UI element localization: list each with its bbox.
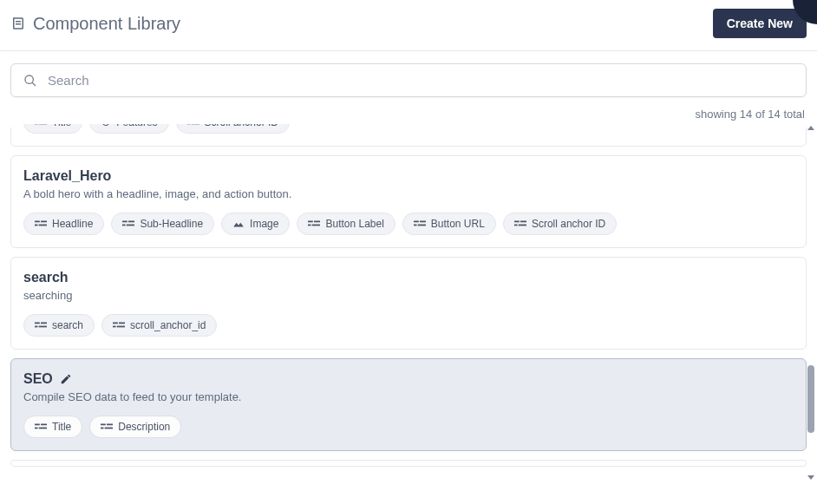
svg-rect-24 bbox=[514, 221, 520, 223]
svg-rect-27 bbox=[519, 225, 526, 226]
svg-rect-8 bbox=[35, 221, 40, 223]
card-description: searching bbox=[23, 289, 794, 302]
svg-rect-9 bbox=[41, 221, 47, 223]
result-count: showing 14 of 14 total bbox=[0, 102, 817, 124]
svg-rect-21 bbox=[420, 221, 426, 223]
component-list: TitleFeaturesScroll anchor ID Laravel_He… bbox=[10, 124, 807, 481]
field-pill: Headline bbox=[23, 213, 104, 235]
field-pill: Title bbox=[23, 416, 82, 438]
svg-rect-22 bbox=[414, 225, 417, 226]
card-description: Compile SEO data to feed to your templat… bbox=[23, 390, 794, 403]
svg-rect-40 bbox=[101, 424, 106, 426]
card-title: SEO bbox=[23, 371, 794, 387]
svg-rect-42 bbox=[101, 428, 104, 429]
scroll-up-icon[interactable] bbox=[807, 126, 814, 130]
card-title: search bbox=[23, 270, 794, 285]
svg-rect-23 bbox=[418, 225, 426, 226]
component-card[interactable] bbox=[10, 460, 807, 467]
svg-rect-39 bbox=[39, 428, 47, 429]
svg-rect-11 bbox=[39, 225, 47, 226]
scrollbar[interactable] bbox=[807, 124, 815, 481]
field-pill: Title bbox=[23, 124, 82, 134]
field-pill: Description bbox=[89, 416, 181, 438]
field-pill: Image bbox=[221, 213, 290, 235]
svg-rect-25 bbox=[520, 221, 526, 223]
page-title: Component Library bbox=[33, 14, 180, 34]
svg-rect-29 bbox=[41, 323, 47, 324]
component-card-laravel-hero[interactable]: Laravel_Hero A bold hero with a headline… bbox=[10, 155, 807, 248]
svg-rect-43 bbox=[105, 428, 113, 429]
search-icon bbox=[23, 74, 37, 88]
svg-rect-31 bbox=[39, 326, 47, 328]
header: Component Library Create New bbox=[0, 0, 817, 51]
scroll-down-icon[interactable] bbox=[807, 475, 814, 480]
field-pill: search bbox=[23, 314, 95, 337]
svg-rect-28 bbox=[35, 323, 40, 324]
svg-rect-10 bbox=[35, 225, 38, 226]
component-card[interactable]: TitleFeaturesScroll anchor ID bbox=[10, 124, 807, 147]
component-card-search[interactable]: search searching searchscroll_anchor_id bbox=[10, 257, 807, 350]
svg-rect-18 bbox=[308, 225, 311, 226]
svg-rect-37 bbox=[41, 424, 47, 426]
svg-rect-33 bbox=[119, 323, 125, 324]
svg-rect-30 bbox=[35, 326, 38, 328]
svg-rect-36 bbox=[35, 424, 40, 426]
svg-rect-34 bbox=[113, 326, 116, 328]
card-title: Laravel_Hero bbox=[23, 168, 794, 184]
svg-rect-17 bbox=[314, 221, 320, 223]
field-pill: Button URL bbox=[402, 213, 496, 235]
edit-icon[interactable] bbox=[60, 373, 72, 385]
svg-rect-32 bbox=[113, 323, 118, 324]
library-icon bbox=[10, 16, 26, 31]
svg-rect-26 bbox=[514, 225, 518, 226]
component-card-seo[interactable]: SEO Compile SEO data to feed to your tem… bbox=[10, 358, 807, 451]
svg-rect-20 bbox=[414, 221, 419, 223]
field-pill: scroll_anchor_id bbox=[101, 314, 217, 337]
svg-rect-16 bbox=[308, 221, 313, 223]
svg-rect-15 bbox=[127, 225, 134, 226]
svg-rect-38 bbox=[35, 428, 38, 429]
field-pill: Scroll anchor ID bbox=[176, 124, 290, 134]
search-box[interactable] bbox=[10, 63, 807, 97]
svg-rect-13 bbox=[128, 221, 134, 223]
svg-rect-14 bbox=[122, 225, 126, 226]
create-new-button[interactable]: Create New bbox=[713, 9, 807, 38]
svg-rect-35 bbox=[117, 326, 125, 328]
svg-rect-41 bbox=[107, 424, 113, 426]
field-pill: Sub-Headline bbox=[111, 213, 214, 235]
svg-rect-12 bbox=[122, 221, 127, 223]
svg-rect-19 bbox=[312, 225, 320, 226]
search-input[interactable] bbox=[48, 73, 794, 88]
field-pill: Button Label bbox=[297, 213, 395, 235]
field-pill: Features bbox=[89, 124, 168, 134]
card-description: A bold hero with a headline, image, and … bbox=[23, 187, 794, 200]
field-pill: Scroll anchor ID bbox=[503, 213, 617, 235]
scroll-thumb[interactable] bbox=[807, 365, 814, 433]
